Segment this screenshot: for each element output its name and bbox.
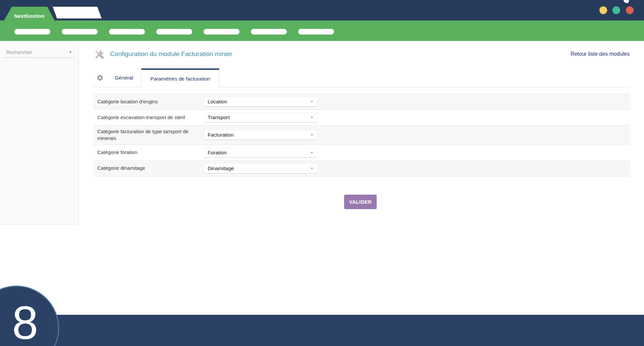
tab-parametres-facturation[interactable]: Paramètres de facturation [141, 68, 219, 88]
caret-down-icon [311, 134, 313, 136]
yellow-dot-icon[interactable] [599, 6, 607, 14]
page-number: 8 [12, 299, 38, 346]
form-row: Catégorie facturation de type tansport d… [93, 126, 630, 145]
tools-icon [94, 49, 104, 59]
select-value: Dinamitage [208, 165, 234, 171]
brand-name: NextGestion [14, 13, 45, 19]
gear-icon [96, 74, 104, 82]
nav-pill-placeholder[interactable] [109, 29, 145, 35]
nav-pill-placeholder[interactable] [156, 29, 192, 35]
category-transport-select[interactable]: Transport [204, 112, 318, 122]
category-foration-select[interactable]: Foration [204, 148, 318, 158]
main-content: Configuration du module Facturation mini… [93, 44, 630, 242]
nav-pill-placeholder[interactable] [62, 29, 98, 35]
form-row: Catégorie location d'engins Location [93, 94, 630, 110]
sidebar: Rechercher [0, 41, 79, 225]
teal-dot-icon[interactable] [612, 6, 620, 14]
select-value: Transport [208, 114, 230, 120]
category-location-select[interactable]: Location [204, 97, 318, 107]
top-header: NextGestion [0, 0, 644, 20]
caret-down-icon [311, 152, 313, 153]
select-value: Foration [208, 150, 227, 156]
nav-pill-placeholder[interactable] [14, 29, 50, 35]
nav-pill-placeholder[interactable] [251, 29, 287, 35]
field-label: Catégorie foration [97, 149, 204, 156]
select-value: Facturation [208, 132, 234, 138]
page-title: Configuration du module Facturation mini… [110, 50, 232, 58]
field-label: Catégorie facturation de type tansport d… [97, 128, 204, 142]
category-facturation-select[interactable]: Facturation [204, 130, 318, 140]
app-root: NextGestion Rechercher [0, 0, 644, 346]
header-parallelogram-decoration [53, 7, 102, 18]
caret-down-icon [311, 101, 313, 102]
main-navbar [0, 20, 644, 41]
caret-down-icon [69, 51, 72, 53]
field-label: Catégorie escavation-transport de steril [97, 114, 204, 121]
field-label: Catégorie location d'engins [97, 98, 204, 105]
page-number-badge: 8 [0, 286, 59, 346]
caret-down-icon [311, 117, 313, 118]
form-row: Catégorie dinamitage Dinamitage [93, 161, 630, 177]
sidebar-search-select[interactable]: Rechercher [3, 47, 74, 58]
footer-bar [0, 315, 644, 346]
nav-pill-placeholder[interactable] [298, 29, 334, 35]
red-dot-icon[interactable] [626, 6, 634, 14]
caret-down-icon [311, 168, 313, 169]
category-dinamitage-select[interactable]: Dinamitage [204, 163, 318, 174]
window-corner-notch [624, 0, 629, 3]
field-label: Catégorie dinamitage [97, 165, 204, 171]
form-row: Catégorie escavation-transport de steril… [93, 110, 630, 126]
nav-pill-placeholder[interactable] [204, 29, 239, 35]
tab-general[interactable]: Général [107, 68, 141, 87]
valider-button[interactable]: VALIDER [344, 195, 377, 209]
search-placeholder: Rechercher [6, 49, 32, 55]
form-row: Catégorie foration Foration [93, 145, 630, 161]
settings-form: Catégorie location d'engins Location Cat… [93, 94, 630, 177]
brand-tab[interactable]: NextGestion [4, 7, 55, 20]
select-value: Location [208, 99, 227, 105]
tab-bar: Général Paramètres de facturation [93, 68, 630, 87]
back-to-modules-link[interactable]: Retour liste des modules [571, 51, 630, 57]
